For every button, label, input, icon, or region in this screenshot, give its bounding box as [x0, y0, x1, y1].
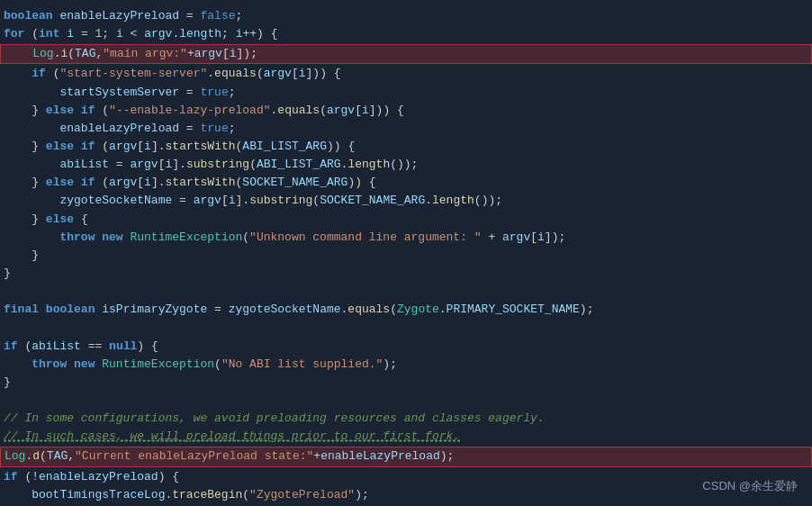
code-container: boolean enableLazyPreload = false; for (…: [0, 0, 812, 506]
code-line: }: [0, 265, 812, 283]
code-line: for (int i = 1; i < argv.length; i++) {: [0, 25, 812, 43]
code-line: startSystemServer = true;: [0, 84, 812, 102]
code-line: bootTimingsTraceLog.traceBegin("ZygotePr…: [0, 486, 812, 504]
code-line-comment: // In some configurations, we avoid prel…: [0, 410, 812, 428]
code-line-highlighted: Log.i(TAG,"main argv:"+argv[i]);: [0, 44, 812, 64]
watermark: CSDN @余生爱静: [702, 477, 798, 495]
code-line-highlighted2: Log.d(TAG,"Current enableLazyPreload sta…: [0, 447, 812, 466]
code-line: enableLazyPreload = true;: [0, 120, 812, 138]
code-line: [0, 392, 812, 410]
code-line: } else if ("--enable-lazy-preload".equal…: [0, 102, 812, 120]
code-line: }: [0, 374, 812, 392]
code-line: } else if (argv[i].startsWith(ABI_LIST_A…: [0, 138, 812, 156]
code-line: [0, 319, 812, 337]
code-line-comment-underline: // In such cases, we will preload things…: [0, 428, 812, 446]
code-line: zygoteSocketName = argv[i].substring(SOC…: [0, 192, 812, 210]
code-line: if (!enableLazyPreload) {: [0, 468, 812, 486]
code-line: } else if (argv[i].startsWith(SOCKET_NAM…: [0, 174, 812, 192]
code-line: boolean enableLazyPreload = false;: [0, 7, 812, 25]
code-line: abiList = argv[i].substring(ABI_LIST_ARG…: [0, 156, 812, 174]
code-line: } else {: [0, 211, 812, 229]
code-line: }: [0, 247, 812, 265]
code-line: throw new RuntimeException("Unknown comm…: [0, 229, 812, 247]
code-line: throw new RuntimeException("No ABI list …: [0, 356, 812, 374]
code-line: if (abiList == null) {: [0, 338, 812, 356]
code-line: [0, 283, 812, 301]
code-line: final boolean isPrimaryZygote = zygoteSo…: [0, 301, 812, 319]
code-line: if ("start-system-server".equals(argv[i]…: [0, 65, 812, 83]
